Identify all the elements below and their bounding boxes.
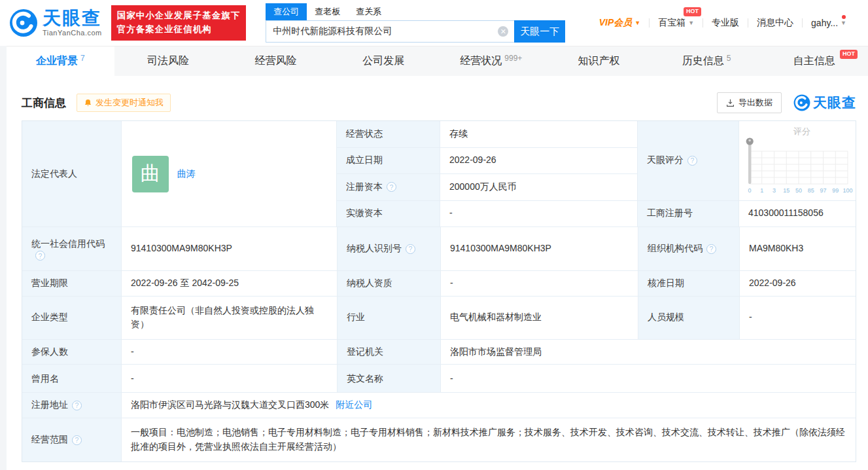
field-value-reg-number: 410300011158056 bbox=[739, 201, 856, 228]
field-value-business-scope: 一般项目：电池制造；电池销售；电子专用材料制造；电子专用材料销售；新材料技术推广… bbox=[122, 418, 856, 461]
gov-badge-line1: 国家中小企业发展子基金旗下 bbox=[117, 9, 241, 23]
bell-icon bbox=[84, 99, 92, 107]
nav-vip[interactable]: VIP会员 ▼ bbox=[591, 17, 650, 29]
field-label-tyc-score: 天眼评分 bbox=[638, 121, 739, 201]
tianyancha-logo[interactable]: 天眼查 TianYanCha.com bbox=[9, 9, 102, 37]
tab-intellectual-property[interactable]: 知识产权 bbox=[545, 46, 653, 76]
logo-domain-text: TianYanCha.com bbox=[43, 29, 102, 37]
svg-text:0: 0 bbox=[748, 187, 751, 194]
help-icon[interactable] bbox=[706, 244, 716, 254]
field-value-legal-rep: 曲 曲涛 bbox=[122, 121, 337, 227]
field-label-insured-count: 参保人数 bbox=[22, 340, 122, 365]
field-value-industry: 电气机械和器材制造业 bbox=[441, 297, 638, 340]
page-left-gutter bbox=[0, 46, 7, 470]
legal-rep-name-link[interactable]: 曲涛 bbox=[177, 167, 196, 181]
field-label-reg-capital: 注册资本 bbox=[337, 174, 440, 201]
nav-user-menu[interactable]: gahy... ▼ bbox=[803, 18, 855, 28]
export-label: 导出数据 bbox=[738, 97, 773, 109]
tyc-score-chart: 评分 bbox=[739, 121, 856, 201]
tab-self-published-info[interactable]: 自主信息 HOT bbox=[760, 46, 868, 76]
business-info-table: 法定代表人 曲 曲涛 经营状态 存续 成立日期 2022-09-26 注册资本 bbox=[22, 120, 856, 462]
nav-toolbox[interactable]: HOT 百宝箱 ▼ bbox=[650, 17, 703, 29]
field-value-approval-date: 2022-09-26 bbox=[740, 271, 856, 297]
field-label-company-type: 企业类型 bbox=[22, 297, 122, 340]
field-value-paid-capital: - bbox=[440, 201, 638, 228]
vip-label: VIP会员 bbox=[599, 17, 633, 29]
field-value-english-name: - bbox=[441, 365, 856, 393]
tab-label: 公司发展 bbox=[362, 54, 404, 68]
search-button[interactable]: 天眼一下 bbox=[514, 20, 565, 43]
tab-count: 5 bbox=[727, 54, 731, 63]
gov-certification-badge: 国家中小企业发展子基金旗下 官方备案企业征信机构 bbox=[111, 5, 247, 41]
top-header: 天眼查 TianYanCha.com 国家中小企业发展子基金旗下 官方备案企业征… bbox=[0, 0, 868, 46]
field-label-est-date: 成立日期 bbox=[337, 148, 440, 175]
field-value-org-code: MA9M80KH3 bbox=[740, 227, 856, 271]
gov-badge-line2: 官方备案企业征信机构 bbox=[117, 23, 241, 37]
help-icon[interactable] bbox=[406, 244, 415, 254]
field-label-english-name: 英文名称 bbox=[338, 365, 441, 393]
help-icon[interactable] bbox=[35, 251, 45, 261]
tab-count: 999+ bbox=[504, 54, 522, 63]
field-value-staff-size: - bbox=[740, 297, 856, 340]
score-pointer bbox=[746, 138, 754, 185]
tab-label: 企业背景 bbox=[36, 54, 78, 68]
tab-label: 知识产权 bbox=[578, 54, 619, 68]
svg-text:85: 85 bbox=[808, 187, 814, 194]
chevron-down-icon: ▼ bbox=[841, 20, 846, 26]
tab-company-development[interactable]: 公司发展 bbox=[330, 46, 438, 76]
tab-company-background[interactable]: 企业背景 7 bbox=[7, 46, 114, 76]
field-label-reg-number: 工商注册号 bbox=[638, 201, 739, 228]
toolbox-hot-badge: HOT bbox=[684, 7, 701, 16]
help-icon[interactable] bbox=[687, 156, 697, 166]
search-input[interactable] bbox=[266, 20, 514, 43]
field-label-business-scope: 经营范围 bbox=[22, 418, 122, 461]
help-icon[interactable] bbox=[72, 435, 82, 445]
watermark-text: 天眼查 bbox=[813, 94, 856, 112]
svg-text:50: 50 bbox=[795, 187, 802, 194]
tab-label: 经营状况 bbox=[460, 54, 502, 68]
field-value-former-name: - bbox=[122, 365, 338, 393]
field-label-business-term: 营业期限 bbox=[22, 271, 122, 297]
help-icon[interactable] bbox=[387, 182, 396, 192]
field-label-paid-capital: 实缴资本 bbox=[337, 201, 440, 228]
nav-message-center[interactable]: 消息中心 bbox=[748, 17, 802, 29]
username-label: gahy... bbox=[811, 18, 838, 28]
field-value-company-type: 有限责任公司（非自然人投资或控股的法人独资） bbox=[122, 297, 338, 340]
field-value-reg-capital: 200000万人民币 bbox=[440, 174, 638, 201]
tianyancha-logo-icon bbox=[9, 9, 38, 37]
export-data-button[interactable]: 导出数据 bbox=[717, 92, 782, 113]
search-tab-boss[interactable]: 查老板 bbox=[307, 3, 348, 20]
pro-label: 专业版 bbox=[712, 17, 739, 29]
tab-operation-risk[interactable]: 经营风险 bbox=[222, 46, 330, 76]
chevron-down-icon: ▼ bbox=[634, 20, 640, 26]
help-icon[interactable] bbox=[72, 401, 82, 410]
notify-on-change-button[interactable]: 发生变更时通知我 bbox=[77, 94, 171, 112]
main-content: 工商信息 发生变更时通知我 导出数据 bbox=[0, 76, 868, 462]
svg-text:99: 99 bbox=[832, 187, 839, 194]
notify-label: 发生变更时通知我 bbox=[95, 97, 164, 109]
tab-history-info[interactable]: 历史信息 5 bbox=[653, 46, 761, 76]
nearby-companies-link[interactable]: 附近公司 bbox=[336, 398, 372, 412]
field-label-former-name: 曾用名 bbox=[22, 365, 122, 393]
company-section-tabbar: 企业背景 7 司法风险 经营风险 公司发展 经营状况 999+ 知识产权 历史信… bbox=[7, 46, 868, 76]
section-title: 工商信息 bbox=[22, 96, 66, 111]
tianyancha-watermark: 天眼查 bbox=[793, 94, 856, 112]
tab-label: 历史信息 bbox=[682, 54, 724, 68]
field-label-status: 经营状态 bbox=[337, 121, 440, 148]
search-tab-relation[interactable]: 查关系 bbox=[348, 3, 389, 20]
tianyancha-logo-icon bbox=[793, 94, 810, 111]
field-label-staff-size: 人员规模 bbox=[638, 297, 740, 340]
top-nav: VIP会员 ▼ HOT 百宝箱 ▼ 专业版 消息中心 gahy... ▼ bbox=[591, 17, 855, 29]
tab-operation-status[interactable]: 经营状况 999+ bbox=[438, 46, 546, 76]
field-value-registry: 洛阳市市场监督管理局 bbox=[441, 340, 856, 365]
svg-text:100: 100 bbox=[842, 187, 852, 194]
search-tab-company[interactable]: 查公司 bbox=[266, 3, 307, 20]
tab-count: 7 bbox=[80, 54, 85, 63]
field-label-legal-rep: 法定代表人 bbox=[22, 121, 122, 227]
legal-rep-avatar: 曲 bbox=[132, 156, 169, 192]
nav-pro-edition[interactable]: 专业版 bbox=[703, 17, 748, 29]
field-label-credit-code: 统一社会信用代码 bbox=[22, 227, 122, 271]
field-value-est-date: 2022-09-26 bbox=[440, 148, 638, 175]
tab-judicial-risk[interactable]: 司法风险 bbox=[114, 46, 222, 76]
toolbox-label: 百宝箱 bbox=[658, 17, 686, 29]
